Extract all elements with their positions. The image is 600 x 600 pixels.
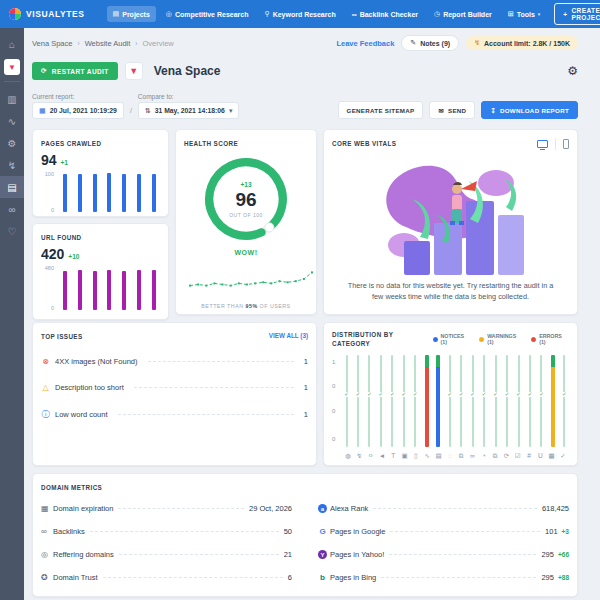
notice-segment xyxy=(436,367,440,447)
ok-cap xyxy=(425,355,429,367)
breadcrumb-item[interactable]: Website Audit xyxy=(85,39,131,48)
nav-report-builder[interactable]: ◷Report Builder xyxy=(428,6,498,22)
lightning-icon[interactable]: ↯ xyxy=(355,452,363,460)
sidebar-divider xyxy=(4,81,20,82)
check-icon: ✓ xyxy=(528,392,533,398)
issue-row[interactable]: ⊗4XX images (Not Found)1 xyxy=(41,357,308,366)
category-column[interactable]: ✓ xyxy=(459,355,464,447)
category-column[interactable]: ✓ xyxy=(447,355,452,447)
text-icon[interactable]: T xyxy=(389,452,397,460)
external-link-icon[interactable]: ⧉ xyxy=(457,452,465,460)
current-report-datepicker[interactable]: ▦ 20 Jul, 2021 10:19:29 xyxy=(32,102,124,119)
category-column[interactable]: ✓ xyxy=(493,355,498,447)
core-web-vitals-title: CORE WEB VITALSⁱ xyxy=(332,138,569,147)
check-icon: ✓ xyxy=(367,392,372,398)
form-icon[interactable]: ☑ xyxy=(514,452,522,460)
ok-line xyxy=(506,355,508,447)
distribution-category-icons: ◍↯‹›◄T▣▯∿▤◌⧉∞◔⧉⟳☑#U▦✓ xyxy=(332,447,569,460)
leader-line xyxy=(118,508,244,509)
category-column[interactable]: ✓ xyxy=(482,355,487,447)
bar xyxy=(63,271,67,310)
lightning-icon[interactable]: ↯ xyxy=(0,154,24,176)
pulse-icon[interactable]: ∿ xyxy=(423,452,431,460)
category-column[interactable]: ✓ xyxy=(528,355,533,447)
health-trend-chart xyxy=(188,264,304,296)
health-delta: +13 xyxy=(240,181,251,188)
mobile-icon[interactable] xyxy=(563,139,569,149)
ok-line xyxy=(403,355,405,447)
category-column[interactable]: ✓ xyxy=(390,355,395,447)
home-icon[interactable]: ⌂ xyxy=(0,33,24,55)
issue-row[interactable]: △Description too short1 xyxy=(41,383,308,392)
category-column[interactable] xyxy=(550,355,555,447)
settings-gear-icon[interactable]: ⚙ xyxy=(567,64,578,78)
world-icon[interactable]: ◍ xyxy=(344,452,352,460)
category-column[interactable]: ✓ xyxy=(401,355,406,447)
project-avatar[interactable]: ▼ xyxy=(4,59,20,75)
alexa-icon: a xyxy=(318,504,330,513)
restart-audit-button[interactable]: ⟳ RESTART AUDIT xyxy=(32,62,118,80)
category-column[interactable]: ✓ xyxy=(470,355,475,447)
category-column[interactable]: ✓ xyxy=(378,355,383,447)
category-column[interactable]: ✓ xyxy=(344,355,349,447)
check-icon[interactable]: ✓ xyxy=(559,452,567,460)
copy-icon[interactable]: ⧉ xyxy=(491,452,499,460)
nav-projects[interactable]: ▤Projects xyxy=(107,6,156,22)
refresh-icon[interactable]: ⟳ xyxy=(502,452,510,460)
issue-row[interactable]: ⓘLow word count1 xyxy=(41,409,308,420)
nav-backlink-checker[interactable]: ∞Backlink Checker xyxy=(346,7,424,22)
warning-segment xyxy=(551,367,555,447)
metric-value: 29 Oct, 2026 xyxy=(249,504,292,513)
category-column[interactable]: ✓ xyxy=(367,355,372,447)
nav-tools[interactable]: ⊞Tools▾ xyxy=(502,6,547,22)
category-column[interactable]: ✓ xyxy=(413,355,418,447)
pulse-icon[interactable]: ∿ xyxy=(0,110,24,132)
leave-feedback-link[interactable]: Leave Feedback xyxy=(336,39,394,48)
breadcrumb-item[interactable]: Vena Space xyxy=(32,39,72,48)
project-logo-dropdown[interactable]: ▼ xyxy=(125,62,143,80)
category-column[interactable] xyxy=(424,355,429,447)
rank-chart-icon[interactable]: ▥ xyxy=(0,88,24,110)
category-column[interactable]: ✓ xyxy=(539,355,544,447)
compare-report-dropdown[interactable]: ⇅ 31 May, 2021 14:18:06 ▾ xyxy=(138,102,240,119)
create-project-button[interactable]: + CREATE PROJECT xyxy=(554,3,600,25)
search-icon[interactable]: ◌ xyxy=(446,452,454,460)
metric-row: YPages in Yahoo!295+66 xyxy=(318,543,569,566)
page-title: Vena Space xyxy=(154,64,221,78)
megaphone-icon[interactable]: ◄ xyxy=(378,452,386,460)
view-all-link[interactable]: VIEW ALL (3) xyxy=(269,332,308,339)
account-limit-badge[interactable]: ↯ Account limit: 2.8K / 150K xyxy=(466,36,578,50)
generate-sitemap-button[interactable]: GENERATE SITEMAP xyxy=(338,101,424,119)
nav-keyword-research[interactable]: ⚲Keyword Research xyxy=(258,6,341,22)
download-report-button[interactable]: ↧ DOWNLOAD REPORT xyxy=(481,101,578,119)
topbar-nav: ▤Projects◎Competitive Research⚲Keyword R… xyxy=(107,6,547,22)
site-audit-icon[interactable]: ▤ xyxy=(0,176,24,198)
health-score-card: HEALTH SCOREⁱ +13 96 OUT OF 100 WOW! xyxy=(175,129,317,315)
category-column[interactable]: ✓ xyxy=(355,355,360,447)
code-icon[interactable]: ‹› xyxy=(367,452,375,460)
links-icon[interactable]: ∞ xyxy=(0,198,24,220)
desktop-icon[interactable] xyxy=(537,140,548,148)
image-icon[interactable]: ▣ xyxy=(401,452,409,460)
mobile-icon[interactable]: ▯ xyxy=(412,452,420,460)
category-column[interactable]: ✓ xyxy=(516,355,521,447)
notes-button[interactable]: ✎ Notes (9) xyxy=(401,35,459,51)
send-button[interactable]: ✉ SEND xyxy=(429,101,475,119)
category-column[interactable]: ✓ xyxy=(505,355,510,447)
category-column[interactable]: ✓ xyxy=(562,355,567,447)
chip-icon[interactable]: ▦ xyxy=(548,452,556,460)
underline-icon[interactable]: U xyxy=(536,452,544,460)
like-icon[interactable]: ♡ xyxy=(0,220,24,242)
nav-competitive-research[interactable]: ◎Competitive Research xyxy=(160,6,255,22)
document-icon[interactable]: ▤ xyxy=(435,452,443,460)
category-column[interactable] xyxy=(436,355,441,447)
bar xyxy=(152,174,156,212)
legend-dot xyxy=(433,337,438,342)
check-icon: ✓ xyxy=(505,392,510,398)
link-icon[interactable]: ∞ xyxy=(468,452,476,460)
url-found-title: URL FOUNDⁱ xyxy=(41,232,160,241)
clock-icon[interactable]: ◔ xyxy=(480,452,488,460)
hash-icon[interactable]: # xyxy=(525,452,533,460)
check-icon: ✓ xyxy=(344,392,349,398)
gears-icon[interactable]: ⚙ xyxy=(0,132,24,154)
